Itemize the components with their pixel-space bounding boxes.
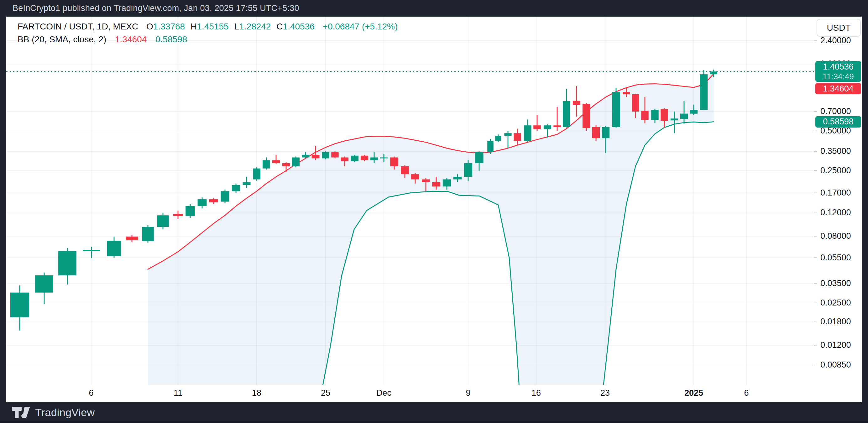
candle xyxy=(243,177,251,188)
candle-body xyxy=(443,180,451,187)
candle xyxy=(322,151,329,159)
time-axis-label: Dec xyxy=(376,388,392,398)
tradingview-logo-icon[interactable] xyxy=(12,407,30,418)
candle-body xyxy=(272,160,280,163)
candle xyxy=(262,157,270,170)
candle-body xyxy=(504,133,512,136)
candle-body xyxy=(411,174,419,179)
time-axis-label: 25 xyxy=(321,388,330,398)
candle-body xyxy=(641,111,648,120)
candle-body xyxy=(690,110,698,114)
candle-body xyxy=(475,152,483,163)
time-axis-label: 11 xyxy=(174,388,182,398)
candle xyxy=(331,151,338,158)
last-price-badge: 1.40536 11:34:49 xyxy=(815,61,861,82)
time-axis-label: 9 xyxy=(466,388,470,398)
time-axis-label: 18 xyxy=(252,388,261,398)
candle xyxy=(83,247,100,258)
tradingview-brand-text[interactable]: TradingView xyxy=(35,406,95,419)
candle-body xyxy=(58,251,76,275)
time-axis-label: 6 xyxy=(744,388,749,398)
candle xyxy=(209,198,218,204)
candle-body xyxy=(524,125,531,141)
candle xyxy=(504,131,512,148)
price-axis-label: 0.03500 xyxy=(820,278,851,288)
candle xyxy=(710,69,717,77)
price-axis-label: 0.12000 xyxy=(820,208,851,217)
price-axis-label: 0.01200 xyxy=(820,340,851,350)
symbol-title[interactable]: FARTCOIN / USDT, 1D, MEXC xyxy=(18,22,138,31)
ohlc-value: 1.33768 xyxy=(153,22,185,31)
plot-area[interactable] xyxy=(6,17,814,402)
publish-info-bar: BeInCrypto1 published on TradingView.com… xyxy=(0,0,868,17)
candle-body xyxy=(632,94,639,112)
bb-lower-badge: 0.58598 xyxy=(815,116,861,127)
candle-body xyxy=(710,71,717,74)
candle-body xyxy=(454,177,462,179)
publish-info-text: BeInCrypto1 published on TradingView.com… xyxy=(12,3,299,13)
time-axis-label: 2025 xyxy=(684,388,703,398)
ohlc-label: C xyxy=(276,22,283,31)
candle-body xyxy=(221,191,229,202)
legend-indicator-row[interactable]: BB (20, SMA, close, 2) 1.34604 0.58598 xyxy=(18,33,398,46)
ohlc-value: 1.28242 xyxy=(239,22,271,31)
candle xyxy=(553,107,561,131)
candle xyxy=(198,198,207,208)
candle-body xyxy=(573,100,580,105)
price-axis-label: 0.70000 xyxy=(820,107,851,116)
candle-body xyxy=(243,182,251,185)
bb-lower-value: 0.58598 xyxy=(155,34,187,44)
candle-body xyxy=(198,199,207,206)
candle-body xyxy=(262,160,270,168)
candle-body xyxy=(361,156,368,160)
candle-body xyxy=(544,125,551,129)
candle-body xyxy=(302,155,309,158)
candle xyxy=(10,285,29,331)
tradingview-published-chart: BeInCrypto1 published on TradingView.com… xyxy=(0,0,868,423)
candle xyxy=(612,88,620,127)
price-axis-label: 0.25000 xyxy=(820,166,851,176)
candle-body xyxy=(209,199,218,203)
candle-body xyxy=(370,157,378,160)
currency-toggle-button[interactable]: USDT xyxy=(816,19,861,37)
candle-body xyxy=(35,275,53,293)
candle-body xyxy=(173,214,183,216)
indicator-title[interactable]: BB (20, SMA, close, 2) xyxy=(18,34,106,44)
price-axis-label: 0.02500 xyxy=(820,298,851,308)
candle-body xyxy=(514,133,521,141)
candle-body xyxy=(292,157,300,166)
last-price-value: 1.40536 xyxy=(823,62,854,72)
candle-body xyxy=(380,157,388,158)
candle-body xyxy=(700,74,708,110)
candle xyxy=(361,155,368,161)
candle xyxy=(487,139,494,154)
chart-panel: FARTCOIN / USDT, 1D, MEXC O1.33768H1.451… xyxy=(6,17,862,402)
candle-body xyxy=(612,92,620,127)
candle-body xyxy=(312,155,320,158)
candle xyxy=(495,134,501,142)
candle xyxy=(142,225,154,243)
candle-body xyxy=(487,141,494,152)
price-axis-label: 0.01800 xyxy=(820,317,851,327)
candle-body xyxy=(422,180,430,182)
candle xyxy=(700,70,708,110)
candle-body xyxy=(660,109,668,121)
candle xyxy=(573,86,580,117)
candle-body xyxy=(107,241,121,256)
candle-body xyxy=(432,182,440,186)
price-axis-label: 2.40000 xyxy=(820,36,851,46)
price-axis-label: 0.00850 xyxy=(820,360,851,370)
candle xyxy=(173,211,183,219)
price-axis-label: 0.05500 xyxy=(820,253,851,263)
candle xyxy=(35,273,53,304)
legend-symbol-row[interactable]: FARTCOIN / USDT, 1D, MEXC O1.33768H1.451… xyxy=(18,20,398,33)
candle-body xyxy=(232,185,240,191)
change-value: +0.06847 (+5.12%) xyxy=(323,22,398,31)
candle-body xyxy=(680,114,688,119)
candle xyxy=(563,89,570,127)
time-axis-label: 6 xyxy=(89,388,93,398)
bb-basis-value: 1.34604 xyxy=(115,34,147,44)
candlestick-chart-canvas[interactable] xyxy=(6,17,862,402)
candle-body xyxy=(563,101,570,127)
candle-body xyxy=(10,293,29,318)
